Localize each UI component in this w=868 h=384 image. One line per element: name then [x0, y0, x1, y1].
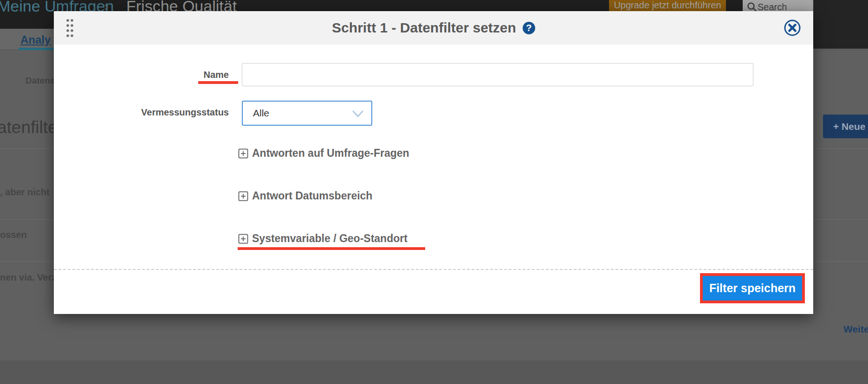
screen: Meine Umfragen › Frische Qualität Upgrad…: [0, 0, 868, 384]
status-selected-value: Alle: [253, 108, 269, 119]
table-row: , aber nicht: [0, 187, 50, 198]
modal-header: Schritt 1 - Datenfilter setzen ?: [54, 11, 813, 45]
plus-square-icon: [238, 191, 248, 201]
name-label: Name: [54, 70, 229, 80]
table-row: ossen: [0, 230, 27, 240]
plus-square-icon: [238, 148, 248, 159]
footer-divider: [54, 269, 813, 270]
weiter-link[interactable]: Weite: [843, 324, 868, 335]
name-input[interactable]: [242, 63, 753, 86]
section-label: Antwort Datumsbereich: [252, 190, 372, 202]
datenfilter-modal: Schritt 1 - Datenfilter setzen ? Name Ve…: [54, 11, 813, 314]
annotation-box-save-button: Filter speichern: [700, 273, 805, 303]
status-select[interactable]: Alle: [242, 101, 372, 126]
tab-analysen[interactable]: Analy: [20, 33, 51, 46]
status-label: Vermessungsstatus: [54, 107, 229, 118]
annotation-underline-name: [198, 81, 238, 84]
plus-square-icon: [238, 234, 248, 244]
section-antworten-umfrage-fragen[interactable]: Antworten auf Umfrage-Fragen: [238, 147, 409, 160]
background-subtab-label: Datens: [26, 76, 55, 86]
help-icon[interactable]: ?: [523, 22, 535, 34]
new-filter-button[interactable]: + Neue: [823, 115, 868, 138]
modal-title: Schritt 1 - Datenfilter setzen: [332, 20, 516, 36]
topbar-right-section: [813, 0, 868, 49]
save-filter-button[interactable]: Filter speichern: [703, 276, 802, 301]
section-systemvariable-geo-standort[interactable]: Systemvariable / Geo-Standort: [238, 232, 408, 245]
close-icon[interactable]: [784, 19, 801, 37]
table-row: nen via. Verz: [0, 272, 56, 283]
section-label: Antworten auf Umfrage-Fragen: [252, 147, 409, 160]
section-label: Systemvariable / Geo-Standort: [252, 232, 408, 245]
annotation-underline-systemvariable: [238, 247, 425, 250]
drag-handle-icon[interactable]: [65, 18, 74, 39]
chevron-down-icon: [352, 109, 364, 119]
bottom-band: [0, 360, 868, 384]
section-antwort-datumsbereich[interactable]: Antwort Datumsbereich: [238, 190, 372, 202]
